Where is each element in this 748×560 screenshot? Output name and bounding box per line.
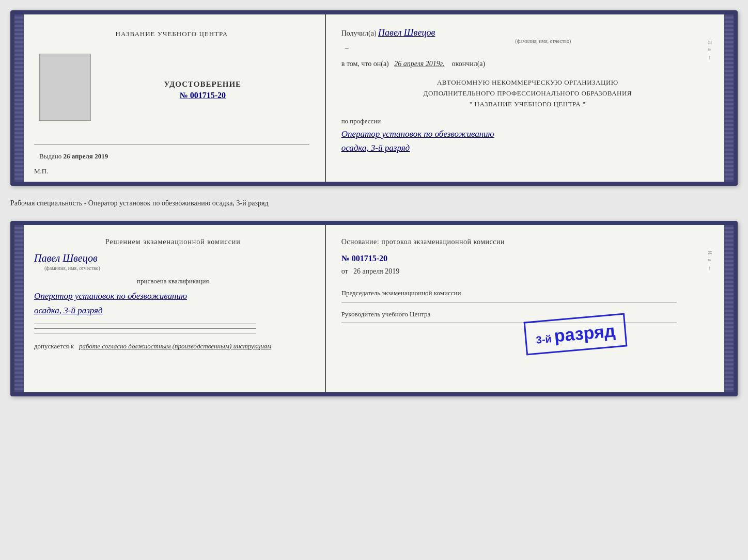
photo-placeholder	[39, 54, 91, 121]
fio-subtitle: (фамилия, имя, отчество)	[372, 38, 714, 44]
doc1-right-panel: Получил(а) Павел Швецов (фамилия, имя, о…	[326, 14, 724, 182]
between-label: Рабочая специальность - Оператор установ…	[10, 195, 738, 212]
qualification-label: присвоена квалификация	[34, 277, 312, 285]
dopusk-value: работе согласно должностным (производств…	[79, 342, 271, 350]
mp-label: М.П.	[34, 167, 48, 175]
qualification-stamp: 3-й разряд	[524, 313, 628, 356]
doc2-fio-sub: (фамилия, имя, отчество)	[44, 265, 312, 271]
org-line1: АВТОНОМНУЮ НЕКОММЕРЧЕСКУЮ ОРГАНИЗАЦИЮ	[341, 77, 714, 88]
dopusk-line: допускается к работе согласно должностны…	[34, 341, 312, 351]
from-date: от 26 апреля 2019	[341, 267, 714, 276]
issued-label: Выдано	[39, 152, 61, 160]
org-block: АВТОНОМНУЮ НЕКОММЕРЧЕСКУЮ ОРГАНИЗАЦИЮ ДО…	[341, 77, 714, 109]
stamp-line1: 3-й разряд	[535, 321, 616, 347]
document-2: Решением экзаменационной комиссии Павел …	[10, 221, 738, 396]
edge-char-i: И	[707, 40, 713, 45]
osnov-line: Основание: протокол экзаменационной коми…	[341, 238, 714, 246]
doc2-right-panel: Основание: протокол экзаменационной коми…	[326, 225, 724, 392]
from-date-value: 26 апреля 2019	[353, 267, 399, 275]
issued-date: 26 апреля 2019	[64, 152, 108, 160]
protocol-number: № 001715-20	[341, 254, 714, 263]
date-suffix: окончил(а)	[452, 60, 486, 68]
doc2-edge-char-i: И	[707, 251, 713, 256]
head-label: Руководитель учебного Центра	[341, 310, 714, 318]
cert-number: № 001715-20	[180, 91, 226, 100]
doc2-spine	[14, 225, 24, 392]
chairman-sig-line	[341, 302, 677, 302]
qual-rank: осадка, 3-й разряд	[34, 306, 312, 316]
profession-value: Оператор установок по обезвоживанию	[341, 128, 714, 140]
doc1-right-spine	[724, 14, 734, 182]
org-line2: ДОПОЛНИТЕЛЬНОГО ПРОФЕССИОНАЛЬНОГО ОБРАЗО…	[341, 88, 714, 99]
profession-label: по профессии	[341, 117, 714, 125]
received-name: Павел Швецов	[378, 27, 435, 38]
page-container: НАЗВАНИЕ УЧЕБНОГО ЦЕНТРА УДОСТОВЕРЕНИЕ №…	[10, 10, 738, 396]
sig-line-1	[34, 324, 256, 324]
doc1-separator	[34, 144, 309, 145]
qual-profession: Оператор установок по обезвоживанию	[34, 290, 312, 303]
cert-title: УДОСТОВЕРЕНИЕ	[164, 80, 242, 89]
sig-lines	[34, 324, 312, 333]
decision-line: Решением экзаменационной комиссии	[34, 238, 312, 246]
received-prefix: Получил(а)	[341, 29, 377, 37]
document-1: НАЗВАНИЕ УЧЕБНОГО ЦЕНТРА УДОСТОВЕРЕНИЕ №…	[10, 10, 738, 186]
from-prefix: от	[341, 267, 348, 275]
date-value: 26 апреля 2019г.	[394, 60, 444, 68]
date-line: в том, что он(а) 26 апреля 2019г. окончи…	[341, 60, 714, 68]
sig-line-2	[34, 328, 256, 329]
rank-value: осадка, 3-й разряд	[341, 143, 714, 153]
doc1-spine	[14, 14, 24, 182]
head-sig-line	[341, 323, 677, 323]
doc2-right-spine	[724, 225, 734, 392]
chairman-label: Председатель экзаменационной комиссии	[341, 289, 714, 298]
edge-char-a: а	[707, 49, 713, 52]
dopusk-prefix: допускается к	[34, 342, 74, 350]
doc1-center-name: НАЗВАНИЕ УЧЕБНОГО ЦЕНТРА	[116, 30, 228, 38]
issued-line: Выдано 26 апреля 2019	[39, 152, 108, 161]
edge-char-arrow: ←	[707, 55, 713, 62]
dash: –	[345, 44, 349, 52]
doc1-left-panel: НАЗВАНИЕ УЧЕБНОГО ЦЕНТРА УДОСТОВЕРЕНИЕ №…	[24, 14, 326, 182]
received-line: Получил(а) Павел Швецов (фамилия, имя, о…	[341, 27, 714, 52]
person-name-large: Павел Швецов	[34, 252, 312, 264]
stamp-rank: разряд	[553, 321, 616, 345]
org-line3: " НАЗВАНИЕ УЧЕБНОГО ЦЕНТРА "	[341, 99, 714, 110]
doc2-edge-char-arrow: ←	[707, 266, 713, 273]
right-edge-chars: И а ←	[707, 40, 713, 62]
doc2-left-panel: Решением экзаменационной комиссии Павел …	[24, 225, 326, 392]
date-prefix: в том, что он(а)	[341, 60, 389, 68]
doc2-right-edge-chars: И а ←	[707, 251, 713, 273]
doc2-edge-char-a: а	[707, 259, 713, 263]
sig-line-3	[34, 333, 256, 333]
